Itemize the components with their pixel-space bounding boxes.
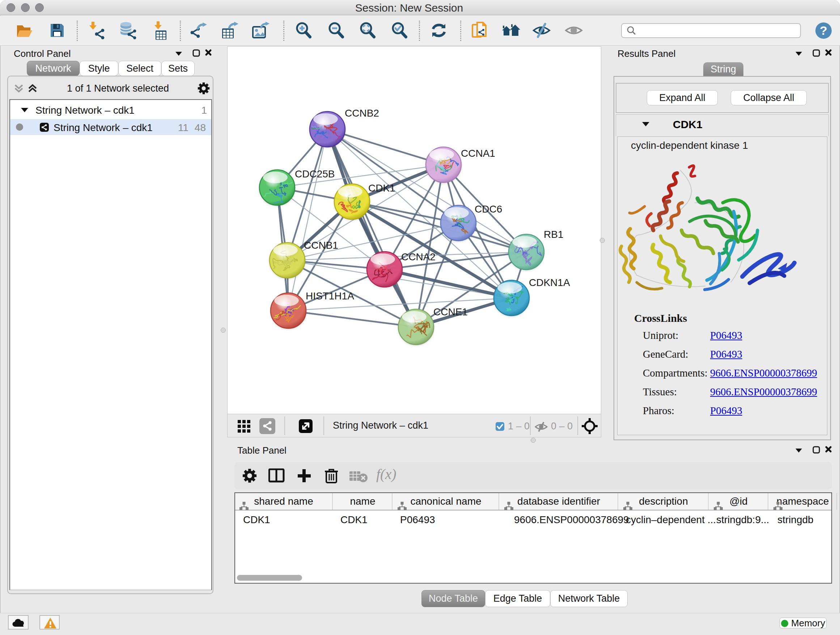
svg-text:CCNB1: CCNB1 [304,240,338,251]
svg-text:CDC6: CDC6 [475,203,502,215]
svg-text:CCNA2: CCNA2 [401,251,436,263]
svg-text:RB1: RB1 [544,229,563,240]
svg-text:CDC25B: CDC25B [295,168,335,180]
svg-text:CCNA1: CCNA1 [461,148,495,159]
svg-text:CDK1: CDK1 [368,182,395,194]
svg-text:CCNB2: CCNB2 [345,108,379,119]
svg-text:CCNE1: CCNE1 [433,306,468,318]
svg-text:CDKN1A: CDKN1A [529,277,570,288]
svg-text:HIST1H1A: HIST1H1A [306,290,354,302]
